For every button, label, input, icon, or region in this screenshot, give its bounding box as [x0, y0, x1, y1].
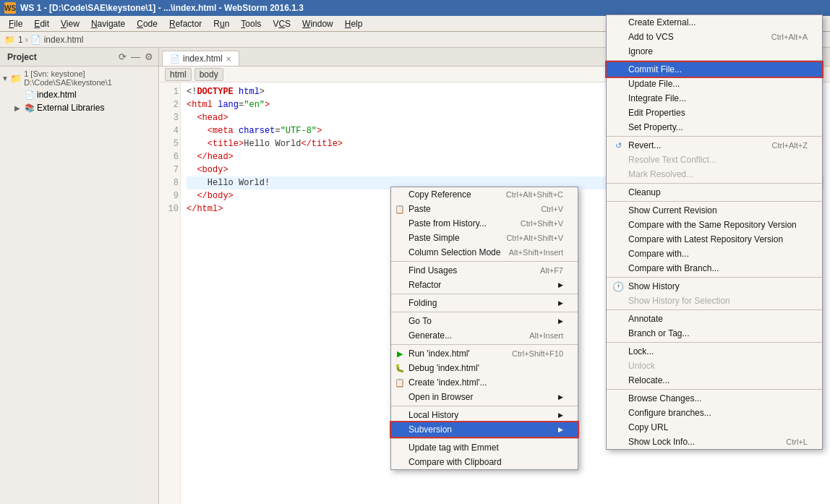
paste-icon: 📋	[395, 204, 405, 214]
svn-show-lock-info[interactable]: Show Lock Info... Ctrl+L	[607, 435, 822, 449]
svn-update-file[interactable]: Update File...	[607, 77, 822, 91]
svn-compare-with[interactable]: Compare with...	[607, 247, 822, 261]
breadcrumb-tag-html[interactable]: html	[165, 68, 192, 81]
ctx-generate[interactable]: Generate... Alt+Insert	[391, 328, 578, 343]
sidebar-sync-icon[interactable]: ⟳	[119, 51, 127, 62]
window-title: WS 1 - [D:\Code\SAE\keystone\1] - ...\in…	[20, 3, 304, 13]
svn-sep2	[607, 183, 822, 184]
library-icon: 📚	[25, 103, 35, 113]
file-icon-html: 📄	[25, 90, 35, 100]
ctx-compare-clipboard[interactable]: Compare with Clipboard	[391, 455, 578, 469]
ctx-column-selection[interactable]: Column Selection Mode Alt+Shift+Insert	[391, 245, 578, 260]
svn-sep1	[607, 136, 822, 137]
ctx-paste-simple[interactable]: Paste Simple Ctrl+Alt+Shift+V	[391, 231, 578, 245]
ctx-sep6	[391, 438, 578, 439]
svn-add-vcs[interactable]: Add to VCS Ctrl+Alt+A	[607, 30, 822, 44]
svn-integrate-file[interactable]: Integrate File...	[607, 91, 822, 106]
svn-configure-branches[interactable]: Configure branches...	[607, 406, 822, 420]
svn-set-property[interactable]: Set Property...	[607, 120, 822, 134]
breadcrumb-folder-icon: 📁	[4, 35, 15, 45]
sidebar-item-extlibs[interactable]: ▶ 📚 External Libraries	[0, 101, 158, 114]
ctx-copy-reference[interactable]: Copy Reference Ctrl+Alt+Shift+C	[391, 187, 578, 202]
ctx-sep3	[391, 312, 578, 312]
menu-refactor[interactable]: Refactor	[163, 17, 208, 30]
folder-icon-root: 📁	[10, 73, 22, 84]
svn-sep7	[607, 389, 822, 390]
menu-window[interactable]: Window	[296, 17, 339, 30]
svn-edit-properties[interactable]: Edit Properties	[607, 106, 822, 120]
svn-copy-url[interactable]: Copy URL	[607, 420, 822, 435]
ctx-goto[interactable]: Go To	[391, 314, 578, 328]
menu-tools[interactable]: Tools	[235, 17, 267, 30]
ctx-update-tag[interactable]: Update tag with Emmet	[391, 440, 578, 455]
svn-compare-same-repo[interactable]: Compare with the Same Repository Version	[607, 218, 822, 232]
ctx-find-usages[interactable]: Find Usages Alt+F7	[391, 263, 578, 278]
svn-compare-branch[interactable]: Compare with Branch...	[607, 261, 822, 276]
tab-close-button[interactable]: ✕	[226, 55, 231, 63]
svn-compare-latest-repo[interactable]: Compare with Latest Repository Version	[607, 232, 822, 247]
menu-code[interactable]: Code	[131, 17, 163, 30]
title-bar: WS WS 1 - [D:\Code\SAE\keystone\1] - ...…	[0, 0, 830, 16]
svn-sep0	[607, 60, 822, 61]
breadcrumb-file-icon: 📄	[30, 35, 41, 45]
svn-commit-file[interactable]: Commit File...	[607, 62, 822, 77]
create-icon: 📋	[395, 377, 405, 388]
breadcrumb-file[interactable]: index.html	[44, 35, 84, 45]
menu-view[interactable]: View	[55, 17, 85, 30]
breadcrumb-project[interactable]: 1	[18, 35, 23, 45]
revert-icon: ↺	[612, 140, 624, 151]
menu-file[interactable]: File	[3, 17, 28, 30]
context-menu-main: Copy Reference Ctrl+Alt+Shift+C 📋 Paste …	[390, 187, 578, 470]
tree-expand-root: ▼	[1, 74, 10, 82]
svn-show-history-selection: Show History for Selection	[607, 294, 822, 308]
svn-ignore[interactable]: Ignore	[607, 44, 822, 59]
sidebar-toolbar: Project ⟳ — ⚙	[0, 48, 158, 67]
ctx-paste[interactable]: 📋 Paste Ctrl+V	[391, 202, 578, 216]
svn-create-external[interactable]: Create External...	[607, 15, 822, 30]
svn-revert[interactable]: ↺ Revert... Ctrl+Alt+Z	[607, 138, 822, 153]
ctx-refactor[interactable]: Refactor	[391, 278, 578, 292]
ctx-folding[interactable]: Folding	[391, 296, 578, 310]
svn-lock[interactable]: Lock...	[607, 344, 822, 359]
debug-icon: 🐛	[395, 363, 405, 373]
svn-sep3	[607, 201, 822, 202]
sidebar-title: Project	[3, 49, 116, 65]
ctx-local-history[interactable]: Local History	[391, 408, 578, 422]
svn-browse-changes[interactable]: Browse Changes...	[607, 391, 822, 406]
ctx-run[interactable]: ▶ Run 'index.html' Ctrl+Shift+F10	[391, 346, 578, 361]
sidebar-item-root[interactable]: ▼ 📁 1 [Svn: keystone] D:\Code\SAE\keysto…	[0, 68, 158, 88]
ctx-sep5	[391, 406, 578, 406]
ctx-sep2	[391, 294, 578, 294]
ctx-sep1	[391, 261, 578, 262]
ctx-open-browser[interactable]: Open in Browser	[391, 390, 578, 404]
run-icon: ▶	[395, 349, 405, 359]
svn-show-current-revision[interactable]: Show Current Revision	[607, 203, 822, 218]
svn-annotate[interactable]: Annotate	[607, 312, 822, 326]
svn-show-history[interactable]: 🕐 Show History	[607, 279, 822, 294]
sidebar-item-indexhtml[interactable]: 📄 index.html	[0, 88, 158, 101]
svn-menu: Create External... Add to VCS Ctrl+Alt+A…	[606, 14, 823, 450]
ctx-debug[interactable]: 🐛 Debug 'index.html'	[391, 361, 578, 375]
svn-sep4	[607, 277, 822, 278]
ctx-create[interactable]: 📋 Create 'index.html'...	[391, 375, 578, 390]
svn-relocate[interactable]: Relocate...	[607, 373, 822, 388]
breadcrumb-tag-body[interactable]: body	[194, 68, 223, 81]
tab-file-icon: 📄	[170, 54, 180, 64]
svn-branch-tag[interactable]: Branch or Tag...	[607, 326, 822, 341]
menu-navigate[interactable]: Navigate	[85, 17, 131, 30]
svn-cleanup[interactable]: Cleanup	[607, 185, 822, 200]
menu-vcs[interactable]: VCS	[267, 17, 296, 30]
menu-run[interactable]: Run	[208, 17, 235, 30]
ctx-subversion[interactable]: Subversion	[391, 422, 578, 437]
editor-tab-indexhtml[interactable]: 📄 index.html ✕	[162, 51, 239, 66]
menu-edit[interactable]: Edit	[28, 17, 55, 30]
svn-sep6	[607, 342, 822, 343]
sidebar: Project ⟳ — ⚙ ▼ 📁 1 [Svn: keystone] D:\C…	[0, 48, 159, 504]
menu-help[interactable]: Help	[339, 17, 369, 30]
ctx-paste-history[interactable]: Paste from History... Ctrl+Shift+V	[391, 216, 578, 231]
sidebar-libs-label: External Libraries	[37, 103, 104, 113]
svn-unlock: Unlock	[607, 359, 822, 373]
sidebar-collapse-icon[interactable]: —	[131, 51, 140, 62]
ctx-sep4	[391, 344, 578, 345]
sidebar-settings-icon[interactable]: ⚙	[145, 51, 153, 62]
